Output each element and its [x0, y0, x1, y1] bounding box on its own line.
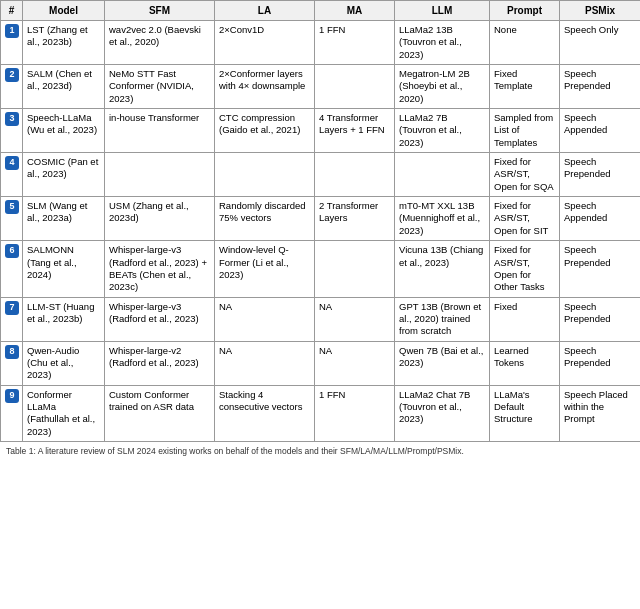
cell-llm: Megatron-LM 2B (Shoeybi et al., 2020) — [395, 65, 490, 109]
cell-sfm — [105, 153, 215, 197]
row-num: 7 — [1, 297, 23, 341]
table-row: 3Speech-LLaMa (Wu et al., 2023)in-house … — [1, 109, 641, 153]
cell-psmix: Speech Appended — [560, 109, 641, 153]
cell-model: SALMONN (Tang et al., 2024) — [23, 241, 105, 297]
row-num: 2 — [1, 65, 23, 109]
cell-prompt: LLaMa's Default Structure — [490, 385, 560, 441]
cell-psmix: Speech Appended — [560, 197, 641, 241]
cell-la: NA — [215, 341, 315, 385]
cell-la: Stacking 4 consecutive vectors — [215, 385, 315, 441]
cell-llm: mT0-MT XXL 13B (Muennighoff et al., 2023… — [395, 197, 490, 241]
cell-llm: Qwen 7B (Bai et al., 2023) — [395, 341, 490, 385]
cell-psmix: Speech Prepended — [560, 65, 641, 109]
main-table: # Model SFM LA MA LLM Prompt PSMix 1LST … — [0, 0, 640, 442]
row-num: 8 — [1, 341, 23, 385]
cell-sfm: NeMo STT Fast Conformer (NVIDIA, 2023) — [105, 65, 215, 109]
cell-ma: NA — [315, 297, 395, 341]
cell-ma — [315, 153, 395, 197]
header-llm: LLM — [395, 1, 490, 21]
cell-prompt: Sampled from List of Templates — [490, 109, 560, 153]
row-num: 1 — [1, 21, 23, 65]
cell-sfm: in-house Transformer — [105, 109, 215, 153]
cell-sfm: Custom Conformer trained on ASR data — [105, 385, 215, 441]
header-psmix: PSMix — [560, 1, 641, 21]
cell-ma: 4 Transformer Layers + 1 FFN — [315, 109, 395, 153]
header-la: LA — [215, 1, 315, 21]
cell-prompt: Fixed for ASR/ST, Open for SIT — [490, 197, 560, 241]
cell-model: SLM (Wang et al., 2023a) — [23, 197, 105, 241]
table-row: 5SLM (Wang et al., 2023a)USM (Zhang et a… — [1, 197, 641, 241]
cell-llm — [395, 153, 490, 197]
cell-prompt: Learned Tokens — [490, 341, 560, 385]
cell-psmix: Speech Prepended — [560, 153, 641, 197]
header-model: Model — [23, 1, 105, 21]
cell-llm: LLaMa2 7B (Touvron et al., 2023) — [395, 109, 490, 153]
cell-model: LLM-ST (Huang et al., 2023b) — [23, 297, 105, 341]
cell-sfm: USM (Zhang et al., 2023d) — [105, 197, 215, 241]
cell-psmix: Speech Prepended — [560, 241, 641, 297]
cell-model: Conformer LLaMa (Fathullah et al., 2023) — [23, 385, 105, 441]
table-row: 1LST (Zhang et al., 2023b)wav2vec 2.0 (B… — [1, 21, 641, 65]
cell-psmix: Speech Prepended — [560, 297, 641, 341]
cell-model: Qwen-Audio (Chu et al., 2023) — [23, 341, 105, 385]
row-num: 6 — [1, 241, 23, 297]
cell-prompt: Fixed for ASR/ST, Open for Other Tasks — [490, 241, 560, 297]
header-ma: MA — [315, 1, 395, 21]
cell-ma: 1 FFN — [315, 385, 395, 441]
table-row: 9Conformer LLaMa (Fathullah et al., 2023… — [1, 385, 641, 441]
cell-model: COSMIC (Pan et al., 2023) — [23, 153, 105, 197]
table-row: 6SALMONN (Tang et al., 2024)Whisper-larg… — [1, 241, 641, 297]
cell-prompt: Fixed Template — [490, 65, 560, 109]
header-num: # — [1, 1, 23, 21]
table-row: 2SALM (Chen et al., 2023d)NeMo STT Fast … — [1, 65, 641, 109]
cell-ma — [315, 65, 395, 109]
cell-sfm: Whisper-large-v3 (Radford et al., 2023) … — [105, 241, 215, 297]
cell-ma — [315, 241, 395, 297]
cell-ma: 1 FFN — [315, 21, 395, 65]
row-num: 3 — [1, 109, 23, 153]
cell-model: LST (Zhang et al., 2023b) — [23, 21, 105, 65]
cell-sfm: wav2vec 2.0 (Baevski et al., 2020) — [105, 21, 215, 65]
cell-llm: LLaMa2 Chat 7B (Touvron et al., 2023) — [395, 385, 490, 441]
cell-llm: Vicuna 13B (Chiang et al., 2023) — [395, 241, 490, 297]
table-row: 8Qwen-Audio (Chu et al., 2023)Whisper-la… — [1, 341, 641, 385]
cell-prompt: None — [490, 21, 560, 65]
table-row: 7LLM-ST (Huang et al., 2023b)Whisper-lar… — [1, 297, 641, 341]
header-prompt: Prompt — [490, 1, 560, 21]
row-num: 5 — [1, 197, 23, 241]
cell-psmix: Speech Only — [560, 21, 641, 65]
cell-la: 2×Conv1D — [215, 21, 315, 65]
cell-prompt: Fixed — [490, 297, 560, 341]
cell-la: CTC compression (Gaido et al., 2021) — [215, 109, 315, 153]
row-num: 9 — [1, 385, 23, 441]
cell-sfm: Whisper-large-v2 (Radford et al., 2023) — [105, 341, 215, 385]
row-num: 4 — [1, 153, 23, 197]
cell-psmix: Speech Prepended — [560, 341, 641, 385]
cell-llm: LLaMa2 13B (Touvron et al., 2023) — [395, 21, 490, 65]
cell-la: 2×Conformer layers with 4× downsample — [215, 65, 315, 109]
table-footer: Table 1: A literature review of SLM 2024… — [0, 442, 640, 462]
cell-model: SALM (Chen et al., 2023d) — [23, 65, 105, 109]
cell-model: Speech-LLaMa (Wu et al., 2023) — [23, 109, 105, 153]
cell-la: Window-level Q-Former (Li et al., 2023) — [215, 241, 315, 297]
cell-la: Randomly discarded 75% vectors — [215, 197, 315, 241]
cell-la — [215, 153, 315, 197]
cell-sfm: Whisper-large-v3 (Radford et al., 2023) — [105, 297, 215, 341]
cell-psmix: Speech Placed within the Prompt — [560, 385, 641, 441]
cell-ma: 2 Transformer Layers — [315, 197, 395, 241]
cell-ma: NA — [315, 341, 395, 385]
table-row: 4COSMIC (Pan et al., 2023)Fixed for ASR/… — [1, 153, 641, 197]
cell-la: NA — [215, 297, 315, 341]
header-sfm: SFM — [105, 1, 215, 21]
cell-llm: GPT 13B (Brown et al., 2020) trained fro… — [395, 297, 490, 341]
cell-prompt: Fixed for ASR/ST, Open for SQA — [490, 153, 560, 197]
